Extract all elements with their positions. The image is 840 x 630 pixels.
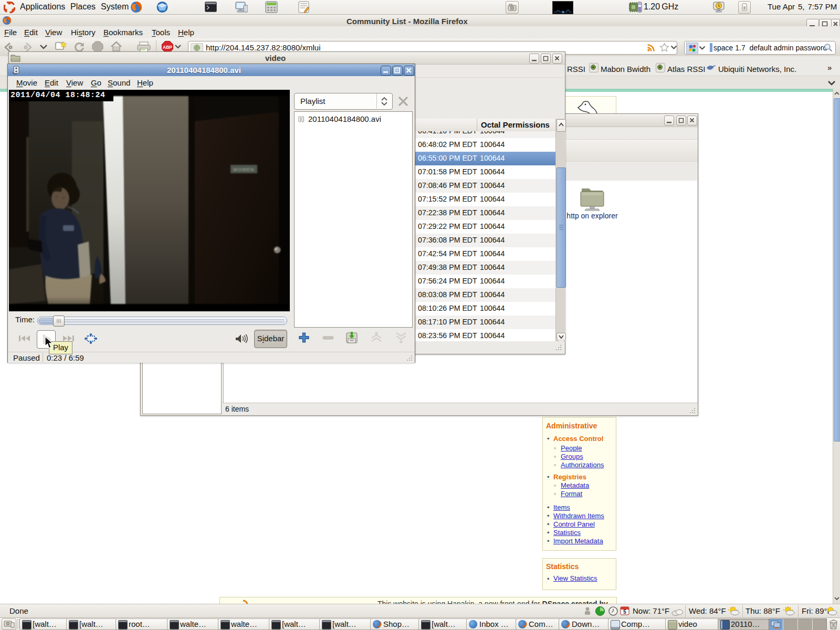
svg-text:WOMEN: WOMEN bbox=[233, 167, 255, 172]
svg-text:5: 5 bbox=[623, 609, 626, 615]
svg-text:ABP: ABP bbox=[163, 45, 172, 50]
